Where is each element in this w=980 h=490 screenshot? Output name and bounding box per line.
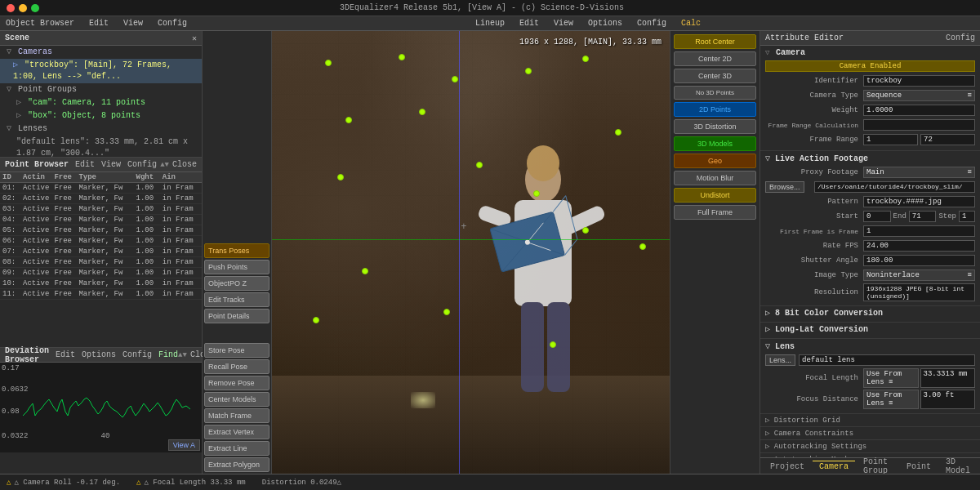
menu-calc[interactable]: Calc xyxy=(679,19,703,28)
close-window-button[interactable] xyxy=(7,4,15,12)
menu-config2[interactable]: Config xyxy=(635,19,669,28)
2d-points-button[interactable]: 2D Points xyxy=(674,102,756,117)
frame-range-calc-value[interactable] xyxy=(863,119,975,131)
tracking-point[interactable] xyxy=(476,162,483,168)
camera-type-value[interactable]: Sequence ≡ xyxy=(863,90,975,101)
viewport[interactable]: + 1936 x 1288, [MAIN], 33.33 mm xyxy=(272,31,670,474)
tracking-point[interactable] xyxy=(443,309,450,315)
long-lat-section[interactable]: ▷ Long-Lat Conversion xyxy=(760,323,980,339)
root-center-button[interactable]: Root Center xyxy=(674,34,756,49)
objectpo-z-button[interactable]: ObjectPO Z xyxy=(204,276,270,291)
tracking-point[interactable] xyxy=(362,268,368,274)
frame-range-start[interactable]: 1 xyxy=(863,134,918,145)
view-button[interactable]: View A xyxy=(168,439,200,451)
extract-vertex-button[interactable]: Extract Vertex xyxy=(204,425,270,439)
tracking-point[interactable] xyxy=(452,76,458,82)
browse-button[interactable]: Browse... xyxy=(765,181,804,193)
end-value[interactable]: 71 xyxy=(909,211,937,222)
point-details-button[interactable]: Point Details xyxy=(204,309,270,323)
trans-poses-button[interactable]: Trans Poses xyxy=(204,243,270,258)
point-browser-close[interactable]: Close xyxy=(172,160,197,169)
table-row[interactable]: 11: Active Free Marker, Fw 1.00 in Fram xyxy=(0,289,202,300)
focus-dist-dropdown[interactable]: Use From Lens ≡ xyxy=(863,390,919,409)
proxy-footage-value[interactable]: Main ≡ xyxy=(863,167,975,178)
tracking-point[interactable] xyxy=(550,341,556,348)
undistort-button[interactable]: Undistort xyxy=(674,188,756,203)
tracking-point[interactable] xyxy=(399,54,405,60)
menu-lineup[interactable]: Lineup xyxy=(473,19,507,28)
deviation-options[interactable]: Options xyxy=(82,350,116,359)
distortion-grid-section[interactable]: ▷ Distortion Grid xyxy=(760,414,980,427)
maximize-window-button[interactable] xyxy=(31,4,39,12)
tracking-point[interactable] xyxy=(345,117,352,123)
camera-enabled-value[interactable]: Camera Enabled xyxy=(765,60,975,72)
table-row[interactable]: 10: Active Free Marker, Fw 1.00 in Fram xyxy=(0,278,202,289)
minimize-window-button[interactable] xyxy=(19,4,27,12)
store-pose-button[interactable]: Store Pose xyxy=(204,343,270,358)
extract-polygon-button[interactable]: Extract Polygon xyxy=(204,457,270,472)
tab-point-group[interactable]: Point Group xyxy=(857,456,898,474)
tab-project[interactable]: Project xyxy=(764,461,811,472)
focal-length-dropdown[interactable]: Use From Lens ≡ xyxy=(863,368,919,388)
tracking-point[interactable] xyxy=(525,68,532,74)
table-row[interactable]: 05: Active Free Marker, Fw 1.00 in Fram xyxy=(0,225,202,236)
table-row[interactable]: 02: Active Free Marker, Fw 1.00 in Fram xyxy=(0,194,202,204)
menu-edit2[interactable]: Edit xyxy=(517,19,541,28)
table-row[interactable]: 09: Active Free Marker, Fw 1.00 in Fram xyxy=(0,268,202,278)
deviation-edit[interactable]: Edit xyxy=(56,350,75,359)
table-row[interactable]: 01: Active Free Marker, Fw 1.00 in Fram xyxy=(0,183,202,194)
shutter-angle-value[interactable]: 180.00 xyxy=(863,255,975,266)
live-action-title[interactable]: ▽ Live Action Footage xyxy=(765,154,975,163)
full-frame-button[interactable]: Full Frame xyxy=(674,205,756,220)
center-3d-button[interactable]: Center 3D xyxy=(674,69,756,83)
image-type-value[interactable]: Noninterlace ≡ xyxy=(863,270,975,281)
identifier-value[interactable]: trockboy xyxy=(863,75,975,87)
bit-color-section[interactable]: ▷ 8 Bit Color Conversion xyxy=(760,306,980,323)
step-value[interactable]: 1 xyxy=(959,211,975,222)
menu-options[interactable]: Options xyxy=(586,19,625,28)
tracking-point[interactable] xyxy=(582,227,589,234)
table-row[interactable]: 03: Active Free Marker, Fw 1.00 in Fram xyxy=(0,204,202,215)
center-2d-button[interactable]: Center 2D xyxy=(674,51,756,66)
tracking-point[interactable] xyxy=(582,56,589,62)
point-browser-view[interactable]: View xyxy=(101,160,121,169)
extract-line-button[interactable]: Extract Line xyxy=(204,441,270,456)
deviation-find[interactable]: Find xyxy=(158,350,178,359)
menu-edit[interactable]: Edit xyxy=(87,19,111,28)
center-models-button[interactable]: Center Models xyxy=(204,392,270,407)
tracking-point[interactable] xyxy=(639,243,646,250)
scene-browser-close[interactable]: ✕ xyxy=(192,33,197,43)
table-row[interactable]: 07: Active Free Marker, Fw 1.00 in Fram xyxy=(0,247,202,257)
first-frame-value[interactable]: 1 xyxy=(863,225,975,237)
tracking-point[interactable] xyxy=(325,60,332,66)
autotracking-section[interactable]: ▷ Autotracking Settings xyxy=(760,440,980,453)
table-row[interactable]: 08: Active Free Marker, Fw 1.00 in Fram xyxy=(0,257,202,268)
edit-tracks-button[interactable]: Edit Tracks xyxy=(204,292,270,307)
menu-config[interactable]: Config xyxy=(155,19,189,28)
point-browser-edit[interactable]: Edit xyxy=(75,160,95,169)
table-row[interactable]: 04: Active Free Marker, Fw 1.00 in Fram xyxy=(0,215,202,225)
tracking-point[interactable] xyxy=(419,109,425,115)
menu-view[interactable]: View xyxy=(121,19,145,28)
push-points-button[interactable]: Push Points xyxy=(204,260,270,274)
camera-section-title[interactable]: ▽ Camera xyxy=(765,48,975,57)
geo-button[interactable]: Geo xyxy=(674,154,756,168)
bit-color-title[interactable]: ▷ 8 Bit Color Conversion xyxy=(765,308,975,318)
weight-value[interactable]: 1.0000 xyxy=(863,105,975,116)
tracking-point[interactable] xyxy=(313,317,319,323)
remove-pose-button[interactable]: Remove Pose xyxy=(204,376,270,390)
long-lat-title[interactable]: ▷ Long-Lat Conversion xyxy=(765,324,975,334)
menu-object-browser[interactable]: Object Browser xyxy=(3,19,77,28)
pattern-value[interactable]: trockboy.####.jpg xyxy=(863,196,975,207)
tracking-point[interactable] xyxy=(337,174,344,180)
attr-config[interactable]: Config xyxy=(946,33,975,42)
start-value[interactable]: 0 xyxy=(863,211,891,222)
3d-models-button[interactable]: 3D Models xyxy=(674,136,756,151)
camera-constraints-section[interactable]: ▷ Camera Constraints xyxy=(760,427,980,440)
window-controls[interactable] xyxy=(7,4,39,12)
frame-range-end[interactable]: 72 xyxy=(920,134,975,145)
recall-pose-button[interactable]: Recall Pose xyxy=(204,359,270,374)
motion-blur-button[interactable]: Motion Blur xyxy=(674,171,756,185)
tab-point[interactable]: Point xyxy=(900,461,938,472)
menu-view2[interactable]: View xyxy=(551,19,576,28)
